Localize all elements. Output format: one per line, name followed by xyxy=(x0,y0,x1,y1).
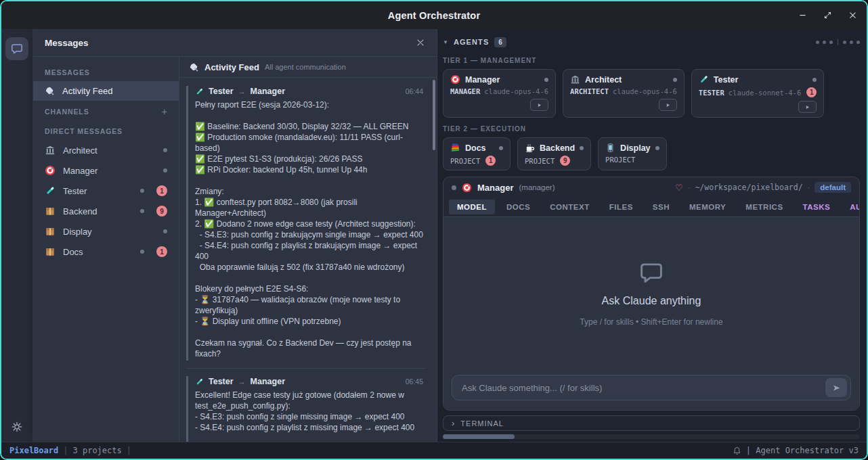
tab-audit[interactable]: AUDIT xyxy=(842,200,860,214)
close-button[interactable] xyxy=(848,11,857,20)
toolbar-dot[interactable] xyxy=(843,41,846,44)
dm-item-backend[interactable]: Backend 9 xyxy=(33,201,179,221)
bell-icon[interactable] xyxy=(733,446,741,455)
status-dot xyxy=(812,78,817,82)
tier1-cards: Manager MANAGERclaude-opus-4-6 Architect… xyxy=(443,69,860,118)
send-button[interactable] xyxy=(825,378,847,397)
activity-feed-subtitle: All agent communication xyxy=(265,63,346,71)
tab-context[interactable]: CONTEXT xyxy=(542,200,597,214)
arrow-icon: → xyxy=(238,377,246,386)
tab-memory[interactable]: MEMORY xyxy=(681,200,734,214)
toolbar-dot[interactable] xyxy=(829,41,833,44)
sidebar-item-activity-feed[interactable]: Activity Feed xyxy=(33,81,179,101)
feed-scroll-area: Tester → Manager 06:44 Pełny raport E2E … xyxy=(179,78,437,442)
target-icon xyxy=(45,165,56,176)
toolbar-dot[interactable] xyxy=(856,41,860,44)
messages-panel: Messages MESSAGES Activity Feed CHANNELS… xyxy=(33,29,437,442)
minimize-button[interactable] xyxy=(798,11,807,20)
dm-item-label: Display xyxy=(63,227,92,237)
horizontal-scrollbar-track xyxy=(443,434,860,439)
gear-icon xyxy=(12,421,22,432)
building-icon xyxy=(45,145,56,156)
message-header: Tester → Manager 06:44 xyxy=(195,87,423,96)
empty-state-hint: Type / for skills • Shift+Enter for newl… xyxy=(580,317,722,327)
agent-role: (manager) xyxy=(519,183,555,191)
message-header: Tester → Manager 06:45 xyxy=(195,377,423,386)
run-agent-button[interactable] xyxy=(530,99,548,111)
projects-count: 3 projects xyxy=(72,446,121,455)
tab-docs[interactable]: DOCS xyxy=(498,200,538,214)
tier1-label: TIER 1 — MANAGEMENT xyxy=(443,57,860,64)
conversations-sidebar: MESSAGES Activity Feed CHANNELS + DIRECT… xyxy=(33,57,179,442)
status-dot xyxy=(655,146,659,150)
favorite-heart-icon[interactable]: ♡ xyxy=(675,183,683,193)
close-icon xyxy=(848,11,857,20)
agent-card-manager[interactable]: Manager MANAGERclaude-opus-4-6 xyxy=(443,69,556,118)
status-dot xyxy=(452,185,456,190)
dm-item-label: Docs xyxy=(63,247,83,257)
maximize-button[interactable] xyxy=(823,11,832,20)
terminal-toggle[interactable]: › TERMINAL xyxy=(443,415,860,431)
run-agent-button[interactable] xyxy=(798,101,817,113)
package-icon xyxy=(45,226,56,237)
toolbar-dot[interactable] xyxy=(823,41,826,44)
tab-model[interactable]: MODEL xyxy=(449,200,495,214)
main-region: Messages MESSAGES Activity Feed CHANNELS… xyxy=(1,29,867,442)
arrow-icon: → xyxy=(238,87,246,95)
add-channel-button[interactable]: + xyxy=(162,107,167,116)
toolbar-dot[interactable] xyxy=(816,41,819,44)
messages-rail-button[interactable] xyxy=(5,37,28,60)
agent-card-display[interactable]: Display PROJECT xyxy=(598,137,666,170)
close-icon xyxy=(416,38,425,47)
dm-item-tester[interactable]: Tester 1 xyxy=(33,181,179,201)
direct-messages-section-label: DIRECT MESSAGES xyxy=(33,121,179,140)
bell-icon xyxy=(733,446,741,455)
horizontal-scrollbar[interactable] xyxy=(443,434,515,439)
feed-scrollbar[interactable] xyxy=(433,80,435,150)
play-icon xyxy=(665,102,671,108)
agent-card-docs[interactable]: Docs PROJECT1 xyxy=(443,137,511,170)
message-body: Pełny raport E2E (sesja 2026-03-12): ✅ B… xyxy=(195,99,423,359)
chat-input-row xyxy=(443,369,859,410)
unread-badge: 1 xyxy=(156,246,167,257)
dm-item-docs[interactable]: Docs 1 xyxy=(33,242,179,262)
ask-claude-input[interactable] xyxy=(452,375,851,400)
dm-item-manager[interactable]: Manager xyxy=(33,160,179,181)
agent-card-backend[interactable]: Backend PROJECT9 xyxy=(517,137,591,170)
status-bar-right: | Agent Orchestrator v3 xyxy=(733,446,859,455)
agent-card-architect[interactable]: Architect ARCHITECTclaude-opus-4-6 xyxy=(563,69,685,118)
play-icon xyxy=(804,104,810,110)
building-icon xyxy=(570,74,580,85)
agent-card-tester[interactable]: Tester TESTERclaude-sonnet-4-61 xyxy=(691,69,824,118)
separator-dot: · xyxy=(688,183,691,191)
phone-icon xyxy=(605,143,615,153)
toolbar-dot[interactable] xyxy=(850,41,853,44)
target-icon xyxy=(450,74,460,85)
tab-ssh[interactable]: SSH xyxy=(645,200,678,214)
status-bar: PixelBoard | 3 projects | | Agent Orches… xyxy=(1,442,867,459)
status-dot xyxy=(140,250,144,254)
settings-button[interactable] xyxy=(12,421,22,432)
dm-item-architect[interactable]: Architect xyxy=(33,140,179,160)
agents-collapse-toggle[interactable]: ▼ AGENTS 6 xyxy=(443,37,506,47)
manager-panel-meta: ♡ · ~/workspace/pixelboard/ · default xyxy=(675,182,851,193)
chat-bubble-icon xyxy=(11,43,23,55)
version-label: | Agent Orchestrator v3 xyxy=(746,446,859,455)
messages-close-button[interactable] xyxy=(416,38,425,47)
empty-state-title: Ask Claude anything xyxy=(602,295,701,307)
status-dot xyxy=(140,189,144,193)
agents-count-badge: 6 xyxy=(494,37,506,47)
workspace-path: ~/workspace/pixelboard/ xyxy=(695,183,802,192)
profile-badge[interactable]: default xyxy=(815,182,851,193)
tab-files[interactable]: FILES xyxy=(601,200,641,214)
unread-badge: 9 xyxy=(156,206,167,216)
agents-toolbar xyxy=(816,39,860,45)
tab-tasks[interactable]: TASKS xyxy=(795,200,839,214)
run-agent-button[interactable] xyxy=(659,99,677,111)
channels-section-label: CHANNELS + xyxy=(33,101,179,121)
tab-metrics[interactable]: METRICS xyxy=(737,200,791,214)
dm-item-display[interactable]: Display xyxy=(33,221,179,242)
manager-panel-header: Manager (manager) ♡ · ~/workspace/pixelb… xyxy=(443,177,859,197)
separator: | xyxy=(127,446,131,455)
dm-item-label: Tester xyxy=(63,186,87,196)
